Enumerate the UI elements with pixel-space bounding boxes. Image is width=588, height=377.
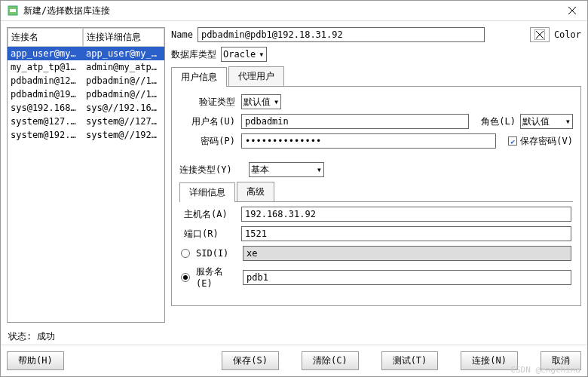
window-title: 新建/选择数据库连接 — [23, 5, 563, 17]
connect-button[interactable]: 连接(N) — [461, 351, 518, 370]
name-label: Name — [171, 29, 193, 40]
username-input[interactable] — [241, 114, 469, 129]
port-input[interactable] — [241, 226, 571, 241]
svg-rect-1 — [10, 9, 16, 12]
color-label: Color — [554, 29, 581, 40]
save-password-checkbox[interactable]: ✔ — [508, 136, 517, 146]
tab-detail[interactable]: 详细信息 — [179, 182, 235, 202]
chevron-down-icon: ▾ — [274, 97, 279, 107]
save-password-label: 保存密码(V) — [520, 135, 573, 148]
conntype-select[interactable]: 基本 ▾ — [249, 162, 324, 177]
connection-list[interactable]: app_user@my_a…app_user@my_a…my_atp_tp@19… — [8, 47, 164, 322]
name-input[interactable] — [198, 27, 485, 42]
connection-row[interactable]: pdbadmin@192…pdbadmin@//19… — [8, 87, 164, 101]
connection-row[interactable]: my_atp_tp@192…admin@my_atp_tp — [8, 60, 164, 74]
auth-select[interactable]: 默认值 ▾ — [241, 94, 281, 109]
dbtype-label: 数据库类型 — [171, 48, 216, 61]
clear-button[interactable]: 清除(C) — [302, 351, 359, 370]
host-label: 主机名(A) — [184, 208, 235, 221]
sid-input — [243, 246, 571, 261]
service-input[interactable] — [243, 270, 571, 285]
color-icon — [534, 29, 545, 40]
watermark: CSDN @engchina — [510, 365, 580, 375]
username-label: 用户名(U) — [179, 115, 235, 128]
sid-radio[interactable] — [181, 249, 190, 258]
password-label: 密码(P) — [179, 135, 235, 148]
connection-list-panel: 连接名 连接详细信息 app_user@my_a…app_user@my_a…m… — [7, 27, 165, 323]
connection-row[interactable]: pdbadmin@127…pdbadmin@//12… — [8, 74, 164, 87]
db-connection-icon — [7, 5, 19, 17]
status-label: 状态: — [8, 331, 32, 342]
tab-proxy-user[interactable]: 代理用户 — [228, 66, 284, 86]
color-picker[interactable] — [530, 27, 550, 42]
col-header-name[interactable]: 连接名 — [8, 28, 83, 47]
connection-row[interactable]: sys@192.168.3…sys@//192.168… — [8, 101, 164, 115]
conntype-label: 连接类型(Y) — [179, 164, 243, 176]
chevron-down-icon: ▾ — [259, 49, 264, 60]
dbtype-select[interactable]: Oracle ▾ — [221, 47, 267, 62]
host-input[interactable] — [241, 207, 571, 222]
col-header-detail[interactable]: 连接详细信息 — [83, 28, 164, 47]
chevron-down-icon: ▾ — [565, 116, 571, 127]
auth-label: 验证类型 — [179, 96, 235, 109]
port-label: 端口(R) — [184, 228, 235, 241]
close-button[interactable] — [563, 4, 581, 17]
sid-label: SID(I) — [196, 248, 237, 259]
help-button[interactable]: 帮助(H) — [7, 351, 64, 370]
chevron-down-icon: ▾ — [317, 164, 322, 175]
tab-user-info[interactable]: 用户信息 — [171, 67, 227, 87]
test-button[interactable]: 测试(T) — [381, 351, 439, 370]
service-label: 服务名(E) — [196, 265, 237, 289]
connection-row[interactable]: system@192.16…system@//192… — [8, 128, 164, 142]
role-label: 角色(L) — [481, 115, 516, 128]
connection-row[interactable]: app_user@my_a…app_user@my_a… — [8, 47, 164, 60]
connection-row[interactable]: system@127.0…system@//127… — [8, 115, 164, 128]
password-input[interactable] — [241, 133, 496, 149]
service-radio[interactable] — [181, 273, 190, 282]
close-icon — [568, 6, 577, 15]
status-value: 成功 — [37, 331, 55, 342]
save-button[interactable]: 保存(S) — [222, 351, 279, 370]
tab-advanced[interactable]: 高级 — [237, 182, 274, 201]
role-select[interactable]: 默认值 ▾ — [520, 114, 573, 129]
